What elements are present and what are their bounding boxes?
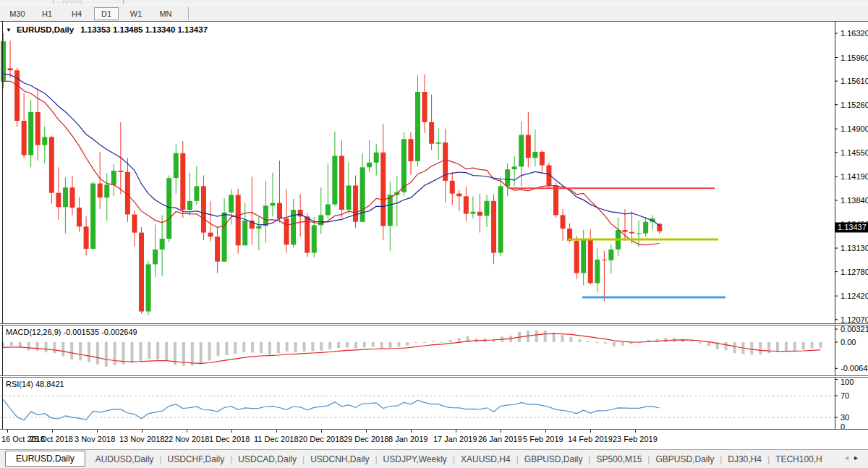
chart-tab-gbpusd-daily[interactable]: GBPUSD,Daily: [519, 452, 589, 467]
candle-bearish: [602, 260, 607, 260]
date-tick: [276, 430, 277, 433]
timeframe-button-h4[interactable]: H4: [64, 7, 89, 20]
candle-bearish: [8, 68, 13, 70]
macd-histogram-bar: [449, 340, 452, 342]
tab-scroll-left-icon[interactable]: ◂: [845, 454, 854, 461]
macd-histogram-bar: [191, 342, 194, 365]
candle-bullish: [63, 187, 68, 207]
macd-histogram-bar: [535, 331, 538, 342]
price-axis-label: 1.14550: [841, 148, 868, 157]
chart-tab-sp500-m15[interactable]: SP500,M15: [591, 452, 648, 467]
macd-histogram-bar: [131, 342, 134, 363]
macd-histogram-bar: [406, 342, 409, 346]
candle-bullish: [415, 92, 420, 161]
date-axis-label: 22 Nov 2018: [164, 435, 209, 443]
tab-scroll-right-icon[interactable]: ▸: [854, 454, 864, 461]
macd-histogram-bar: [337, 342, 340, 348]
candle-bullish: [374, 153, 379, 163]
price-axis-label: 1.12780: [841, 268, 868, 276]
date-tick: [321, 430, 322, 433]
macd-histogram-bar: [156, 342, 159, 359]
macd-histogram-bar: [707, 342, 710, 346]
date-axis-label: 3 Nov 2018: [75, 435, 115, 443]
date-tick: [7, 430, 8, 433]
candle-bearish: [553, 185, 558, 215]
macd-histogram-bar: [148, 342, 150, 359]
macd-histogram-bar: [27, 342, 30, 351]
candle-bullish: [187, 201, 192, 210]
price-axis-label: 1.13840: [841, 196, 868, 205]
candle-bearish: [132, 214, 137, 232]
candle-bearish: [491, 201, 496, 253]
candle-bullish: [532, 152, 537, 158]
timeframe-button-m30[interactable]: M30: [5, 7, 30, 20]
macd-histogram-bar: [105, 342, 108, 367]
chart-tab-usdchf-daily[interactable]: USDCHF,Daily: [162, 452, 231, 467]
macd-histogram-bar: [397, 342, 400, 347]
candle-bearish: [284, 218, 289, 244]
candle-bullish: [360, 167, 365, 221]
date-tick: [52, 430, 53, 433]
macd-histogram-bar: [441, 342, 443, 343]
candle-bullish: [229, 195, 234, 212]
macd-label: MACD(12,26,9) -0.001535 -0.002649: [6, 328, 137, 336]
date-axis-label: 8 Jan 2019: [388, 435, 427, 443]
candle-bearish: [422, 92, 427, 122]
chart-tab-usdjpy-weekly[interactable]: USDJPY,Weekly: [378, 452, 453, 467]
timeframe-button-d1[interactable]: D1: [94, 7, 119, 20]
chart-tab-gbpusd-daily[interactable]: GBPUSD,Daily: [650, 452, 720, 467]
macd-histogram-bar: [328, 342, 331, 349]
macd-histogram-bar: [114, 342, 116, 365]
timeframe-button-w1[interactable]: W1: [124, 7, 148, 20]
macd-histogram-bar: [165, 342, 168, 360]
macd-histogram-bar: [759, 342, 762, 354]
macd-histogram-bar: [725, 342, 728, 350]
price-axis-label: 1.12420: [841, 292, 868, 300]
date-tick: [97, 430, 98, 433]
candle-bearish: [450, 181, 455, 194]
macd-histogram-bar: [45, 342, 48, 352]
chart-tab-usdcnh-daily[interactable]: USDCNH,Daily: [305, 452, 375, 467]
candle-bearish: [477, 212, 482, 216]
chart-tab-audusd-daily[interactable]: AUDUSD,Daily: [90, 452, 160, 467]
chart-tab-xauusd-h4[interactable]: XAUUSD,H4: [455, 452, 516, 467]
toolbar-separator: [188, 7, 190, 20]
chart-tab-dj30-h4[interactable]: DJ30,H4: [722, 452, 767, 467]
chart-tab-eurusd-daily[interactable]: EURUSD,Daily: [5, 451, 85, 467]
macd-histogram-bar: [578, 339, 581, 342]
timeframe-button-mn[interactable]: MN: [153, 7, 178, 20]
candle-bearish: [118, 171, 123, 172]
macd-histogram-bar: [690, 341, 693, 342]
price-axis-label: 1.14900: [841, 124, 868, 133]
macd-histogram-bar: [793, 342, 796, 351]
macd-histogram-bar: [380, 342, 383, 348]
macd-histogram-bar: [354, 342, 357, 349]
macd-histogram-bar: [492, 339, 495, 342]
macd-histogram-bar: [286, 342, 289, 352]
macd-histogram-bar: [294, 342, 297, 352]
chart-tab-usdcad-daily[interactable]: USDCAD,Daily: [232, 452, 302, 467]
date-axis-label: 13 Nov 2018: [119, 435, 164, 443]
macd-histogram-bar: [613, 342, 616, 346]
macd-histogram-bar: [811, 342, 814, 348]
candle-bearish: [35, 112, 41, 145]
symbol-dropdown-icon[interactable]: ▼: [6, 27, 12, 33]
candle-bullish: [153, 250, 158, 264]
macd-histogram-bar: [802, 342, 805, 349]
candle-bearish: [526, 135, 531, 158]
chart-title-ohlc: 1.13353 1.13485 1.13340 1.13437: [80, 25, 208, 34]
candle-bullish: [222, 213, 227, 262]
candle-bearish: [56, 193, 61, 208]
price-axis-label: 1.13130: [841, 244, 868, 252]
candle-bullish: [436, 142, 441, 144]
rsi-label: RSI(14) 48.8421: [6, 380, 64, 388]
candle-bullish: [194, 186, 199, 200]
date-tick: [411, 430, 412, 433]
candle-bearish: [408, 139, 413, 161]
date-tick: [456, 430, 456, 433]
chart-tab-bar: EURUSD,DailyAUDUSD,Daily|USDCHF,Daily|US…: [0, 449, 868, 468]
chart-tab-tech100-h[interactable]: TECH100,H: [770, 452, 828, 467]
date-axis: 16 Oct 201825 Oct 20183 Nov 201813 Nov 2…: [0, 430, 868, 449]
timeframe-button-h1[interactable]: H1: [35, 7, 59, 20]
macd-histogram-bar: [61, 342, 64, 357]
